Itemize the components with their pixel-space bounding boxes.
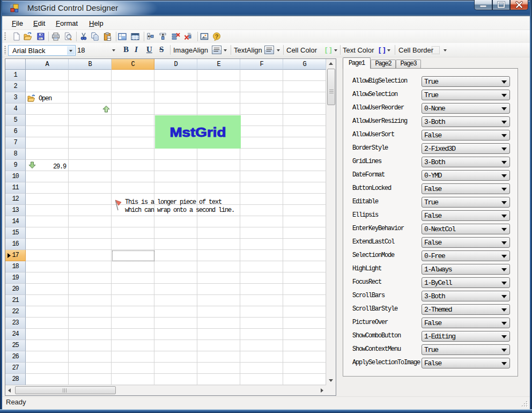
svg-text:?: ? <box>215 33 219 40</box>
